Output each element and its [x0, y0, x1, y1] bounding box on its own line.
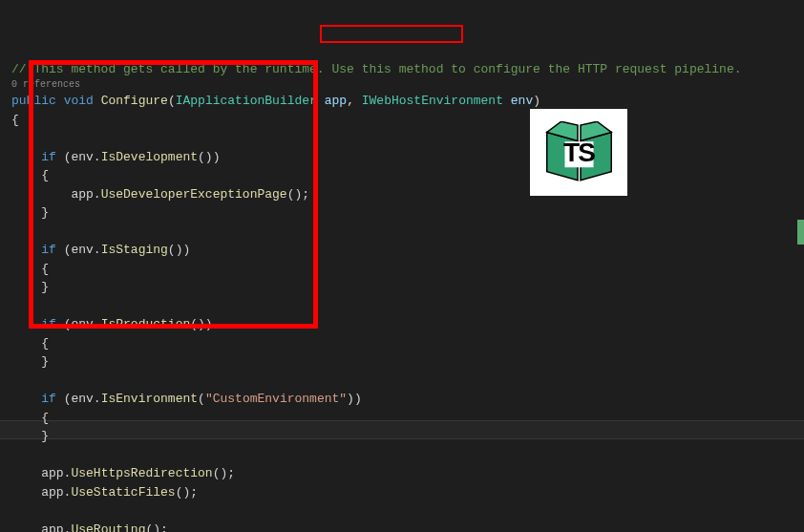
- token-plain: (: [168, 94, 176, 108]
- token-keyword: if: [41, 150, 56, 164]
- token-keyword: if: [41, 392, 56, 406]
- token-plain: {: [11, 262, 49, 276]
- token-plain: ();: [213, 466, 235, 480]
- token-plain: ();: [176, 485, 198, 500]
- code-line[interactable]: if (env.IsDevelopment()): [0, 148, 804, 167]
- annotation-box-parameter: [320, 25, 463, 43]
- token-type: IWebHostEnvironment: [362, 94, 503, 108]
- token-method: IsDevelopment: [101, 150, 198, 164]
- token-plain: (env.: [56, 392, 101, 406]
- token-plain: ()): [198, 150, 220, 164]
- token-plain: [11, 243, 41, 257]
- token-plain: [56, 94, 64, 108]
- logo-text: TS: [563, 138, 594, 168]
- code-line[interactable]: {: [0, 334, 804, 353]
- token-plain: ();: [287, 187, 309, 202]
- code-line[interactable]: if (env.IsProduction()): [0, 315, 804, 334]
- token-plain: (env.: [56, 150, 101, 164]
- watermark-logo: TS: [530, 109, 627, 196]
- token-plain: (env.: [56, 317, 101, 331]
- token-plain: {: [11, 113, 19, 127]
- code-line[interactable]: {: [0, 260, 804, 279]
- code-line[interactable]: {: [0, 166, 804, 185]
- token-plain: ()): [190, 317, 212, 331]
- code-line[interactable]: app.UseDeveloperExceptionPage();: [0, 185, 804, 204]
- token-plain: [11, 392, 41, 406]
- token-method: UseHttpsRedirection: [71, 466, 212, 480]
- token-param: env: [511, 94, 533, 108]
- token-comment: // This method gets called by the runtim…: [11, 62, 742, 76]
- code-line[interactable]: }: [0, 352, 804, 372]
- token-param: app: [325, 94, 347, 108]
- token-plain: (env.: [56, 243, 101, 257]
- token-method: IsStaging: [101, 243, 168, 257]
- token-plain: }: [11, 429, 49, 443]
- code-line[interactable]: {: [0, 111, 804, 130]
- token-plain: [94, 94, 101, 108]
- code-line[interactable]: }: [0, 203, 804, 223]
- token-plain: )): [347, 392, 362, 406]
- code-line[interactable]: [0, 372, 804, 391]
- codelens-references[interactable]: 0 references: [0, 78, 804, 92]
- token-method: IsProduction: [101, 317, 191, 331]
- token-keyword: if: [41, 317, 56, 331]
- scrollbar-marker: [797, 220, 804, 245]
- token-string: "CustomEnvironment": [205, 392, 347, 406]
- token-keyword: void: [64, 94, 94, 108]
- code-line[interactable]: if (env.IsEnvironment("CustomEnvironment…: [0, 390, 804, 409]
- code-line[interactable]: [0, 446, 804, 465]
- code-line[interactable]: [0, 297, 804, 316]
- token-plain: ()): [168, 243, 190, 257]
- token-plain: {: [11, 168, 49, 182]
- token-plain: ();: [145, 522, 167, 533]
- token-keyword: public: [11, 94, 56, 108]
- token-plain: ,: [347, 94, 362, 108]
- code-line[interactable]: }: [0, 278, 804, 297]
- token-method: UseRouting: [71, 522, 145, 533]
- token-method: Configure: [101, 94, 168, 108]
- code-line[interactable]: public void Configure(IApplicationBuilde…: [0, 92, 804, 111]
- code-editor[interactable]: // This method gets called by the runtim…: [0, 0, 804, 532]
- code-line[interactable]: // This method gets called by the runtim…: [0, 60, 804, 79]
- token-plain: [11, 150, 41, 164]
- token-plain: [317, 94, 325, 108]
- code-line[interactable]: {: [0, 409, 804, 428]
- token-plain: app.: [11, 187, 101, 202]
- token-plain: app.: [11, 466, 71, 480]
- code-line[interactable]: app.UseRouting();: [0, 521, 804, 533]
- token-plain: ): [533, 94, 540, 108]
- token-plain: {: [11, 336, 49, 351]
- token-plain: {: [11, 411, 49, 425]
- token-plain: }: [11, 280, 49, 294]
- token-plain: [503, 94, 511, 108]
- token-plain: app.: [11, 485, 71, 500]
- code-line[interactable]: if (env.IsStaging()): [0, 241, 804, 260]
- code-line[interactable]: [0, 223, 804, 242]
- token-keyword: if: [41, 243, 56, 257]
- code-line[interactable]: app.UseHttpsRedirection();: [0, 464, 804, 483]
- token-plain: app.: [11, 522, 71, 533]
- code-line[interactable]: [0, 129, 804, 148]
- token-type: IApplicationBuilder: [176, 94, 317, 108]
- code-line[interactable]: app.UseStaticFiles();: [0, 483, 804, 502]
- code-content[interactable]: // This method gets called by the runtim…: [0, 60, 804, 533]
- token-method: UseDeveloperExceptionPage: [101, 187, 287, 202]
- token-plain: }: [11, 354, 49, 369]
- token-plain: [11, 317, 41, 331]
- token-method: IsEnvironment: [101, 392, 198, 406]
- code-line[interactable]: }: [0, 427, 804, 446]
- token-method: UseStaticFiles: [71, 485, 175, 500]
- code-line[interactable]: [0, 501, 804, 521]
- token-plain: }: [11, 205, 49, 220]
- token-plain: (: [198, 392, 205, 406]
